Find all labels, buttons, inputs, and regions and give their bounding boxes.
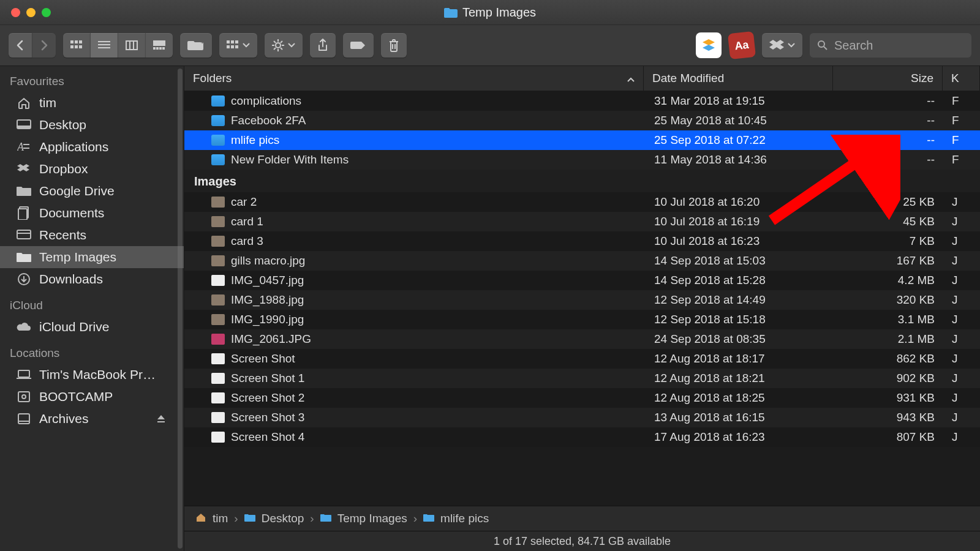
sidebar-item-home[interactable]: tim: [0, 92, 184, 114]
svg-rect-3: [70, 45, 74, 48]
search-input[interactable]: [833, 38, 964, 53]
disk-icon: [16, 412, 32, 425]
trash-button[interactable]: [381, 33, 407, 58]
column-header-name[interactable]: Folders: [184, 66, 644, 91]
grid-icon: [227, 40, 239, 50]
table-row[interactable]: mlife pics 25 Sep 2018 at 07:22 -- F: [184, 130, 980, 150]
chevron-down-icon: [243, 43, 250, 48]
sidebar-item-label: Dropbox: [39, 162, 88, 176]
sidebar-item-label: Documents: [39, 206, 104, 220]
sidebar-item-label: BOOTCAMP: [39, 389, 113, 404]
svg-rect-9: [126, 41, 137, 50]
table-row[interactable]: complications 31 Mar 2018 at 19:15 -- F: [184, 91, 980, 111]
nav-buttons: [9, 33, 56, 58]
sidebar-item-archives[interactable]: Archives: [0, 408, 184, 430]
table-row[interactable]: Screen Shot 313 Aug 2018 at 16:15943 KBJ: [184, 408, 980, 427]
gallery-view-button[interactable]: [145, 33, 173, 58]
column-headers: Folders Date Modified Size K: [184, 66, 980, 91]
dropbox-button[interactable]: [762, 33, 802, 58]
table-row[interactable]: Screen Shot12 Aug 2018 at 18:17862 KBJ: [184, 349, 980, 369]
sidebar-item-downloads[interactable]: Downloads: [0, 268, 184, 290]
sidebar-item-bootcamp[interactable]: BOOTCAMP: [0, 386, 184, 408]
table-row[interactable]: New Folder With Items 11 May 2018 at 14:…: [184, 150, 980, 170]
sidebar-item-label: tim: [39, 96, 56, 110]
share-icon: [317, 39, 328, 52]
new-folder-button[interactable]: +: [180, 33, 212, 58]
sidebar-item-macbook[interactable]: Tim's MacBook Pr…: [0, 364, 184, 386]
table-row[interactable]: car 210 Jul 2018 at 16:2025 KBJ: [184, 192, 980, 212]
sidebar-item-label: Archives: [39, 411, 89, 426]
action-button[interactable]: [265, 33, 303, 58]
list-view-button[interactable]: [90, 33, 118, 58]
table-row[interactable]: card 110 Jul 2018 at 16:1945 KBJ: [184, 212, 980, 231]
path-segment[interactable]: Temp Images: [337, 512, 407, 525]
sidebar-item-google-drive[interactable]: Google Drive: [0, 180, 184, 202]
sidebar-item-label: Applications: [39, 140, 108, 154]
sort-indicator-icon: [627, 72, 635, 85]
forward-button[interactable]: [32, 33, 56, 58]
column-header-kind[interactable]: K: [943, 66, 980, 91]
svg-rect-2: [79, 40, 82, 43]
svg-point-48: [22, 395, 26, 399]
sidebar-item-label: Tim's MacBook Pr…: [39, 367, 156, 382]
search-field[interactable]: [810, 33, 971, 58]
sidebar-item-label: Temp Images: [39, 250, 116, 264]
path-segment[interactable]: Desktop: [262, 512, 304, 525]
sidebar-item-icloud-drive[interactable]: iCloud Drive: [0, 316, 184, 338]
table-row[interactable]: IMG_2061.JPG24 Sep 2018 at 08:352.1 MBJ: [184, 329, 980, 349]
sidebar-item-dropbox[interactable]: Dropbox: [0, 158, 184, 180]
documents-icon: [16, 206, 32, 220]
sidebar-item-desktop[interactable]: Desktop: [0, 114, 184, 136]
table-row[interactable]: gills macro.jpg14 Sep 2018 at 15:03167 K…: [184, 251, 980, 271]
share-button[interactable]: [310, 33, 336, 58]
sidebar-section-icloud: iCloud: [0, 290, 184, 316]
svg-rect-14: [156, 47, 159, 50]
path-segment[interactable]: mlife pics: [440, 512, 489, 525]
svg-rect-7: [98, 44, 110, 45]
table-row[interactable]: card 310 Jul 2018 at 16:237 KBJ: [184, 231, 980, 251]
back-button[interactable]: [9, 33, 32, 58]
column-view-button[interactable]: [118, 33, 145, 58]
app-icon-dictionary[interactable]: Aa: [728, 31, 756, 59]
table-row[interactable]: Screen Shot 212 Aug 2018 at 18:25931 KBJ: [184, 388, 980, 408]
folder-icon: [244, 512, 255, 525]
minimize-button[interactable]: [26, 8, 36, 17]
column-header-date[interactable]: Date Modified: [644, 66, 833, 91]
eject-icon[interactable]: [157, 414, 165, 423]
svg-rect-49: [18, 414, 29, 424]
folder-icon: [423, 512, 434, 525]
sidebar-item-applications[interactable]: A Applications: [0, 136, 184, 158]
table-row[interactable]: IMG_0457.jpg14 Sep 2018 at 15:284.2 MBJ: [184, 271, 980, 290]
sidebar-scrollbar[interactable]: [178, 69, 183, 549]
chevron-right-icon: ›: [310, 512, 314, 525]
sidebar-section-locations: Locations: [0, 338, 184, 364]
svg-line-29: [274, 41, 276, 43]
sidebar-item-recents[interactable]: Recents: [0, 224, 184, 246]
table-row[interactable]: Facebook 2FA 25 May 2018 at 10:45 -- F: [184, 111, 980, 130]
table-row[interactable]: Screen Shot 417 Aug 2018 at 16:23807 KBJ: [184, 427, 980, 447]
column-header-size[interactable]: Size: [833, 66, 943, 91]
tags-button[interactable]: [343, 33, 374, 58]
image-thumb-icon: [211, 353, 225, 364]
image-thumb-icon: [211, 294, 225, 305]
table-row[interactable]: IMG_1988.jpg12 Sep 2018 at 14:49320 KBJ: [184, 290, 980, 310]
folder-icon: [444, 7, 458, 18]
file-list: Folders Date Modified Size K complicatio…: [184, 66, 980, 551]
table-row[interactable]: Screen Shot 112 Aug 2018 at 18:21902 KBJ: [184, 369, 980, 388]
sidebar-section-favourites: Favourites: [0, 66, 184, 92]
window-title: Temp Images: [444, 6, 536, 20]
close-button[interactable]: [11, 8, 20, 17]
sidebar-item-documents[interactable]: Documents: [0, 202, 184, 224]
icon-view-button[interactable]: [63, 33, 90, 58]
image-thumb-icon: [211, 412, 225, 423]
sidebar-item-temp-images[interactable]: Temp Images: [0, 246, 184, 268]
svg-rect-41: [18, 209, 27, 220]
tag-icon: [350, 40, 366, 50]
dictionary-icon-label: Aa: [734, 38, 749, 52]
group-by-button[interactable]: [219, 33, 257, 58]
svg-rect-47: [18, 392, 29, 402]
app-icon-1[interactable]: [696, 32, 722, 58]
table-row[interactable]: IMG_1990.jpg12 Sep 2018 at 15:183.1 MBJ: [184, 310, 980, 329]
path-segment[interactable]: tim: [213, 512, 228, 525]
zoom-button[interactable]: [42, 8, 51, 17]
